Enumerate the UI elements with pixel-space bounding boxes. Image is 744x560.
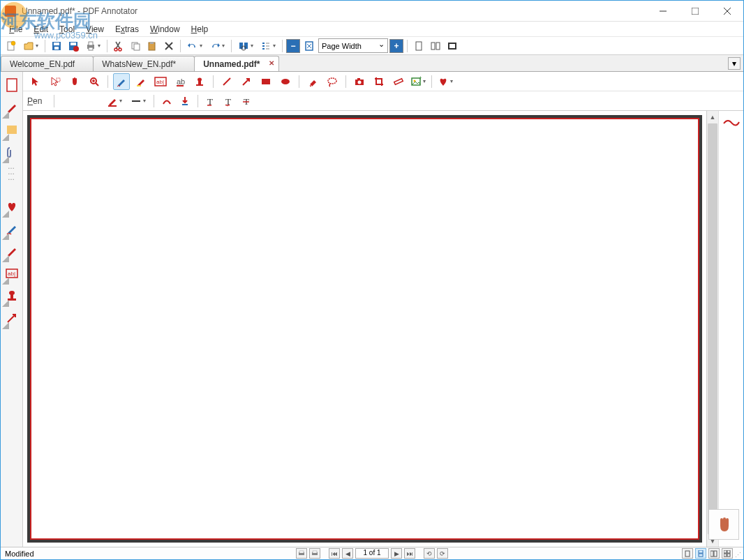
lasso-erase-tool[interactable] xyxy=(324,73,341,90)
find-button[interactable] xyxy=(235,38,256,54)
textbox-fav-icon[interactable]: ab| xyxy=(3,263,21,284)
vertical-scrollbar[interactable]: ▲ ▼ xyxy=(706,111,718,547)
nav-forward-button[interactable]: ⟳ xyxy=(437,548,448,559)
pen-fav-icon[interactable] xyxy=(3,97,21,118)
close-tab-icon[interactable]: ✕ xyxy=(269,59,274,67)
separator xyxy=(107,40,107,52)
tab-overflow-button[interactable]: ▾ xyxy=(728,57,741,70)
freehand-preview-icon[interactable] xyxy=(722,115,741,129)
red-pen-fav-icon[interactable] xyxy=(3,241,21,262)
underline-tool[interactable]: ab xyxy=(172,73,188,90)
crop-tool[interactable] xyxy=(371,73,387,90)
color-picker[interactable] xyxy=(104,93,125,109)
eraser-tool[interactable] xyxy=(304,73,321,90)
text-squiggle-option[interactable]: T xyxy=(221,93,237,109)
select-tool[interactable] xyxy=(27,73,44,90)
camera-tool[interactable] xyxy=(351,73,368,90)
redo-button[interactable] xyxy=(207,38,228,54)
text-normal-option[interactable]: T xyxy=(203,93,218,109)
svg-rect-60 xyxy=(313,551,317,553)
text-tool[interactable]: ab| xyxy=(152,73,169,90)
arrow-tool[interactable] xyxy=(238,73,255,90)
highlighter-tool[interactable] xyxy=(133,73,149,90)
layout-two-cont-button[interactable] xyxy=(722,548,733,559)
fullscreen-button[interactable] xyxy=(445,38,460,54)
save-button[interactable] xyxy=(49,38,64,54)
two-page-button[interactable] xyxy=(428,38,443,54)
menu-edit[interactable]: Edit xyxy=(28,23,54,36)
scroll-thumb[interactable] xyxy=(708,123,717,534)
document-tab[interactable]: Welcome_EN.pdf xyxy=(1,56,94,71)
ellipse-tool[interactable] xyxy=(277,73,294,90)
separator xyxy=(345,75,346,88)
zoom-tool[interactable] xyxy=(86,73,103,90)
scroll-up-icon[interactable]: ▲ xyxy=(707,111,718,123)
menu-extras[interactable]: Extras xyxy=(110,23,144,36)
menu-help[interactable]: Help xyxy=(186,23,214,36)
layout-buttons: ⋰ xyxy=(682,548,739,559)
zoom-select[interactable]: Page Width xyxy=(318,38,388,53)
layout-single-button[interactable] xyxy=(682,548,693,559)
menu-view[interactable]: View xyxy=(80,23,110,36)
palm-rejection-button[interactable] xyxy=(708,509,739,540)
close-button[interactable] xyxy=(711,1,743,22)
prev-page-button[interactable]: ◀ xyxy=(342,548,353,559)
menu-window[interactable]: Window xyxy=(144,23,186,36)
clip-fav-icon[interactable] xyxy=(3,142,21,162)
favorites-dropdown[interactable] xyxy=(437,73,454,90)
page-input[interactable]: 1 of 1 xyxy=(355,548,389,559)
menu-file[interactable]: File xyxy=(3,23,28,36)
heart-fav-icon[interactable] xyxy=(3,196,21,217)
text-strike-option[interactable]: T xyxy=(239,93,255,109)
new-button[interactable] xyxy=(3,38,19,54)
fit-page-button[interactable] xyxy=(302,38,317,54)
first-page-button[interactable]: ⏮ xyxy=(329,548,340,559)
pan-tool[interactable] xyxy=(66,73,83,90)
print-all-button[interactable] xyxy=(309,548,320,559)
undo-button[interactable] xyxy=(184,38,205,54)
layout-two-page-button[interactable] xyxy=(708,548,720,559)
document-tab[interactable]: WhatsNew_EN.pdf* xyxy=(93,56,195,71)
delete-button[interactable] xyxy=(161,38,177,54)
zoom-in-button[interactable]: + xyxy=(389,39,403,53)
separator xyxy=(180,40,181,52)
menu-tool[interactable]: Tool xyxy=(54,23,80,36)
document-tab-active[interactable]: Unnamed.pdf*✕ xyxy=(194,56,278,71)
lasso-tool[interactable] xyxy=(47,73,64,90)
document-viewport[interactable] xyxy=(23,111,706,547)
blue-pen-fav-icon[interactable] xyxy=(3,218,21,239)
minimize-button[interactable] xyxy=(647,1,679,22)
next-page-button[interactable]: ▶ xyxy=(391,548,402,559)
width-picker[interactable] xyxy=(128,93,149,109)
measure-tool[interactable] xyxy=(390,73,407,90)
page-thumb-icon[interactable] xyxy=(3,75,21,96)
print-current-button[interactable] xyxy=(296,548,307,559)
document-page[interactable] xyxy=(30,118,699,540)
maximize-button[interactable] xyxy=(679,1,711,22)
line-tool[interactable] xyxy=(218,73,235,90)
single-page-button[interactable] xyxy=(411,38,426,54)
smooth-option[interactable] xyxy=(159,93,174,109)
insert-image-tool[interactable]: + xyxy=(410,73,426,90)
svg-rect-23 xyxy=(431,43,435,50)
svg-rect-48 xyxy=(357,78,360,80)
layout-continuous-button[interactable] xyxy=(695,548,706,559)
stamp-fav-icon[interactable] xyxy=(3,285,21,306)
cut-button[interactable] xyxy=(111,38,126,54)
stamp-tool[interactable] xyxy=(191,73,208,90)
arrow-fav-icon[interactable] xyxy=(3,308,21,328)
open-button[interactable] xyxy=(20,38,41,54)
pressure-option[interactable] xyxy=(177,93,193,109)
copy-button[interactable] xyxy=(128,38,143,54)
nav-back-button[interactable]: ⟲ xyxy=(424,548,435,559)
note-fav-icon[interactable] xyxy=(3,119,21,140)
pen-tool[interactable] xyxy=(113,73,130,90)
print-button[interactable] xyxy=(82,38,103,54)
rect-tool[interactable] xyxy=(258,73,274,90)
save-protected-button[interactable] xyxy=(66,38,81,54)
zoom-out-button[interactable]: − xyxy=(286,39,300,53)
last-page-button[interactable]: ⏭ xyxy=(404,548,415,559)
bookmark-button[interactable] xyxy=(258,38,278,54)
svg-point-2 xyxy=(11,41,15,45)
paste-button[interactable] xyxy=(144,38,160,54)
